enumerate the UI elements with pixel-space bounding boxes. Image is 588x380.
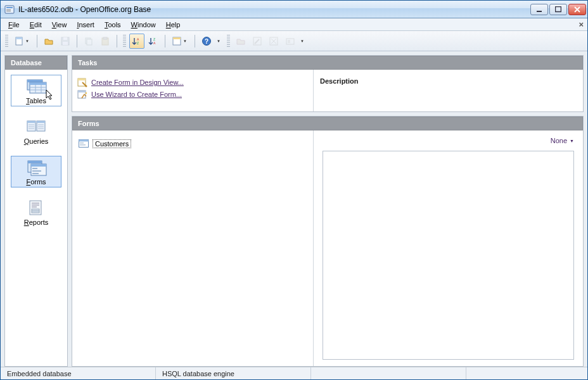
sidebar-item-reports[interactable]: Reports: [11, 196, 61, 228]
svg-text:?: ?: [205, 38, 208, 45]
titlebar: IL-ates6502.odb - OpenOffice.org Base: [1, 1, 587, 18]
sidebar-label: Forms: [26, 178, 46, 186]
toolbar: ▼ AZ ZA ▼ ? ▼ ▼: [1, 31, 587, 51]
svg-rect-50: [32, 170, 41, 172]
svg-rect-48: [31, 164, 46, 167]
forms-list: Customers: [72, 130, 313, 366]
main-area: Database Tables: [1, 51, 587, 367]
minimize-button[interactable]: [530, 4, 548, 15]
caret-down-icon: ▼: [570, 139, 574, 143]
forms-panel: Forms Customers None ▼: [72, 116, 584, 367]
svg-rect-54: [32, 205, 39, 206]
form-edit-button[interactable]: [250, 34, 265, 49]
maximize-button[interactable]: [549, 4, 567, 15]
svg-text:A: A: [153, 41, 156, 45]
menu-insert[interactable]: Insert: [72, 20, 99, 30]
svg-rect-28: [27, 80, 42, 82]
svg-rect-3: [6, 11, 11, 11]
svg-rect-38: [37, 121, 45, 123]
right-pane: Tasks Create Form in Design View... Use …: [72, 55, 584, 367]
toolbar-grip[interactable]: [5, 35, 8, 48]
sidebar-label: Queries: [24, 137, 49, 145]
svg-rect-67: [80, 144, 86, 146]
form-open-button[interactable]: [233, 34, 248, 49]
new-doc-dropdown[interactable]: ▼: [11, 34, 33, 49]
toolbar-separator: [37, 35, 37, 48]
window-title: IL-ates6502.odb - OpenOffice.org Base: [18, 5, 530, 14]
toolbar-overflow[interactable]: ▼: [299, 34, 305, 49]
form-entry-customers[interactable]: Customers: [79, 139, 131, 148]
svg-rect-66: [80, 142, 84, 144]
task-list: Create Form in Design View... Use Wizard…: [72, 70, 313, 111]
svg-rect-7: [16, 37, 22, 39]
doc-close-icon[interactable]: ×: [578, 20, 584, 29]
status-db-type: Embedded database: [1, 367, 156, 379]
save-button[interactable]: [58, 34, 73, 49]
paste-button[interactable]: [98, 34, 113, 49]
svg-rect-51: [32, 173, 39, 174]
menu-edit[interactable]: Edit: [25, 20, 47, 30]
svg-rect-36: [27, 121, 35, 123]
status-empty: [311, 367, 466, 379]
svg-rect-26: [288, 40, 290, 43]
toolbar-grip[interactable]: [227, 35, 230, 48]
sidebar-header: Database: [5, 56, 67, 70]
toolbar-overflow[interactable]: ▼: [215, 34, 222, 49]
svg-rect-30: [30, 82, 46, 85]
help-button[interactable]: ?: [199, 34, 214, 49]
preview-box: [323, 151, 574, 360]
toolbar-separator: [117, 35, 117, 48]
forms-header: Forms: [72, 117, 583, 130]
form-dropdown[interactable]: ▼: [169, 34, 191, 49]
svg-rect-2: [6, 10, 11, 10]
database-sidebar: Database Tables: [4, 55, 68, 367]
sidebar-item-forms[interactable]: Forms: [11, 156, 61, 187]
forms-icon: [23, 159, 49, 177]
open-button[interactable]: [41, 34, 56, 49]
svg-rect-20: [173, 37, 181, 39]
svg-rect-9: [63, 37, 67, 40]
sidebar-item-tables[interactable]: Tables: [11, 75, 61, 106]
task-create-wizard[interactable]: Use Wizard to Create Form...: [77, 89, 308, 99]
svg-rect-46: [28, 161, 42, 163]
svg-rect-55: [32, 206, 37, 208]
close-button[interactable]: [568, 4, 586, 15]
menu-file[interactable]: File: [3, 20, 25, 30]
task-create-design-view[interactable]: Create Form in Design View...: [77, 77, 308, 87]
svg-rect-14: [103, 37, 107, 39]
menu-view[interactable]: View: [47, 20, 72, 30]
toolbar-separator: [77, 35, 77, 48]
copy-button[interactable]: [81, 34, 96, 49]
svg-rect-10: [63, 42, 68, 45]
svg-rect-5: [556, 6, 561, 11]
menu-tools[interactable]: Tools: [99, 20, 126, 30]
cursor-icon: [46, 89, 54, 101]
form-label: Customers: [93, 139, 131, 148]
svg-point-63: [86, 92, 87, 94]
form-rename-button[interactable]: [283, 34, 298, 49]
menu-help[interactable]: Help: [161, 20, 186, 30]
svg-rect-12: [87, 39, 92, 45]
sort-desc-button[interactable]: ZA: [146, 34, 161, 49]
sort-asc-button[interactable]: AZ: [129, 34, 144, 49]
sidebar-item-queries[interactable]: Queries: [11, 115, 61, 147]
form-delete-button[interactable]: [266, 34, 281, 49]
task-label: Create Form in Design View...: [91, 79, 184, 86]
tasks-header: Tasks: [72, 56, 583, 70]
form-wizard-icon: [77, 89, 87, 99]
toolbar-grip[interactable]: [123, 35, 126, 48]
toolbar-separator: [195, 35, 195, 48]
statusbar: Embedded database HSQL database engine: [1, 367, 587, 379]
sidebar-label: Reports: [24, 218, 49, 226]
window-buttons: [530, 4, 586, 15]
reports-icon: [23, 200, 49, 217]
forms-preview-pane: None ▼: [313, 130, 583, 366]
tables-icon: [23, 78, 49, 96]
toolbar-separator: [165, 35, 165, 48]
svg-rect-1: [6, 7, 13, 8]
menu-window[interactable]: Window: [126, 20, 161, 30]
sidebar-label: Tables: [26, 97, 46, 104]
svg-rect-53: [32, 203, 39, 204]
view-mode-label: None: [551, 137, 567, 144]
view-mode-dropdown[interactable]: None ▼: [323, 137, 574, 144]
